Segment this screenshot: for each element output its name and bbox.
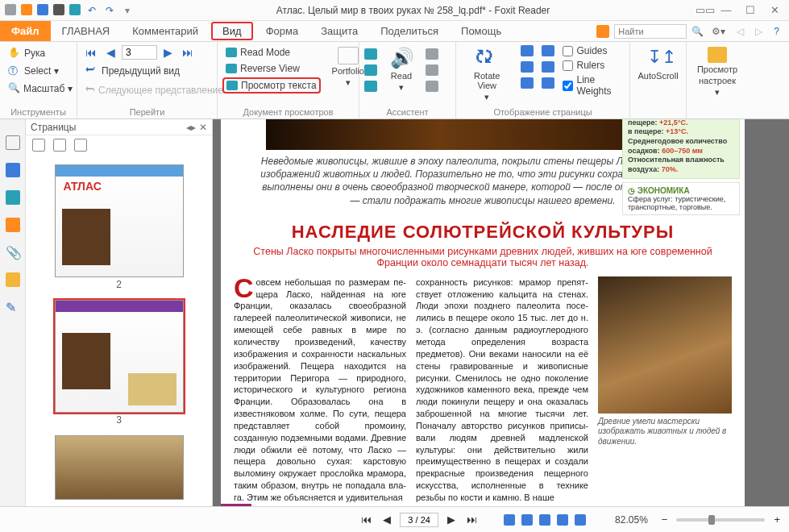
guides-check[interactable]: Guides	[563, 45, 625, 56]
read-mode-button[interactable]: Read Mode	[222, 45, 321, 60]
layout-icon-6[interactable]	[542, 77, 554, 89]
status-layout-3[interactable]	[539, 514, 550, 526]
status-first-icon[interactable]: ⏮	[359, 513, 374, 526]
last-page-icon[interactable]: ⏭	[179, 46, 197, 59]
status-prev-icon[interactable]: ◀	[380, 513, 393, 526]
thumbnail-label: 2	[55, 279, 184, 290]
thumbnail-item[interactable]: АТЛАС 2	[55, 164, 184, 290]
assist-icon-5[interactable]	[426, 64, 438, 76]
read-aloud-button[interactable]: 🔊 Read▾	[385, 45, 417, 94]
zoom-slider[interactable]	[676, 518, 765, 522]
tab-comment[interactable]: Комментарий	[121, 21, 210, 41]
save-icon[interactable]	[37, 4, 48, 15]
comments-icon[interactable]	[6, 218, 20, 232]
page-input[interactable]	[122, 45, 157, 60]
tab-help[interactable]: Помощь	[450, 21, 513, 41]
prev-page-icon[interactable]: ◀	[103, 46, 118, 59]
status-layout-4[interactable]	[557, 514, 568, 526]
text-view-button[interactable]: Просмотр текста	[222, 77, 321, 94]
layout-icon-3[interactable]	[521, 77, 534, 89]
zoom-out-icon[interactable]: −	[659, 513, 671, 526]
thumbnails-collapse-icon[interactable]: ◂▸	[186, 122, 196, 133]
thumb-tool-3[interactable]	[74, 139, 87, 152]
assist-icon-6[interactable]	[426, 81, 438, 92]
group-assistant-caption: Ассистент	[364, 106, 451, 117]
thumbnail-item[interactable]: 3	[55, 300, 184, 426]
thumb-tool-1[interactable]	[32, 139, 45, 152]
assist-icon-2[interactable]	[364, 64, 377, 76]
layout-icon-2[interactable]	[521, 61, 534, 73]
signatures-icon[interactable]: ✎	[6, 300, 20, 314]
group-tools: ✋Рука ⓉSelect ▾ 🔍Масштаб ▾ Инструменты	[0, 42, 77, 118]
lineweights-checkbox[interactable]	[563, 81, 573, 91]
email-icon[interactable]	[69, 4, 81, 15]
minimize-icon[interactable]: —	[720, 4, 733, 16]
pages-panel-icon[interactable]	[6, 163, 20, 177]
view-prefs-button[interactable]: Просмотр настроек▾	[691, 45, 743, 99]
tab-share[interactable]: Поделиться	[369, 21, 450, 41]
open-icon[interactable]	[21, 4, 32, 15]
attachments-icon[interactable]: 📎	[6, 245, 20, 260]
layers-icon[interactable]	[6, 190, 20, 205]
maximize-icon[interactable]: ☐	[744, 4, 757, 16]
rotate-view-button[interactable]: 🗘 Rotate View▾	[461, 45, 513, 104]
close-icon[interactable]: ✕	[768, 4, 781, 16]
rulers-checkbox[interactable]	[563, 60, 573, 71]
rotate-icon: 🗘	[475, 47, 498, 69]
group-assistant: 🔊 Read▾ Ассистент	[359, 42, 456, 118]
tab-protect[interactable]: Защита	[309, 21, 369, 41]
status-page-input[interactable]	[400, 513, 438, 527]
next-view-button: ⮪Следующее представление	[82, 82, 212, 98]
security-icon[interactable]	[6, 272, 20, 287]
tab-view[interactable]: Вид	[211, 22, 253, 40]
lineweights-check[interactable]: Line Weights	[563, 74, 625, 97]
reverse-view-button[interactable]: Reverse View	[222, 61, 321, 76]
zoom-knob[interactable]	[708, 515, 715, 525]
hand-tool[interactable]: ✋Рука	[5, 45, 72, 61]
next-page-icon[interactable]: ▶	[160, 46, 176, 59]
qat-more-icon[interactable]: ▾	[121, 4, 134, 17]
undo-icon[interactable]: ↶	[85, 4, 98, 17]
zoom-tool[interactable]: 🔍Масштаб ▾	[5, 81, 72, 97]
bookmarks-icon[interactable]	[6, 135, 20, 150]
prev-view-button[interactable]: ⮨Предыдущий вид	[82, 63, 212, 79]
autoscroll-button[interactable]: ↧↥ AutoScroll	[635, 45, 681, 82]
new-icon[interactable]	[5, 4, 16, 15]
thumbnails-panel: Страницы ◂▸✕ АТЛАС 2 3	[26, 119, 213, 506]
rulers-check[interactable]: Rulers	[563, 60, 625, 71]
thumb-tool-2[interactable]	[53, 139, 66, 152]
guides-checkbox[interactable]	[563, 46, 573, 56]
document-view[interactable]: Средняя температура в пещере: +21,5°C. в…	[213, 119, 789, 506]
status-last-icon[interactable]: ⏭	[464, 513, 480, 526]
thumbnails-list[interactable]: АТЛАС 2 3	[26, 155, 212, 506]
status-layout-2[interactable]	[521, 514, 533, 526]
assist-icon-1[interactable]	[364, 48, 377, 60]
assist-icon-3[interactable]	[364, 81, 377, 92]
tab-file[interactable]: Файл	[0, 21, 51, 41]
zoom-in-icon[interactable]: +	[771, 513, 783, 526]
redo-icon[interactable]: ↷	[103, 4, 116, 17]
thumbnails-close-icon[interactable]: ✕	[199, 122, 207, 133]
help-icon[interactable]: ?	[770, 26, 783, 37]
settings-gear-icon[interactable]: ⚙▾	[708, 26, 729, 37]
status-layout-1[interactable]	[504, 514, 515, 526]
status-layout-5[interactable]	[575, 514, 586, 526]
tab-form[interactable]: Форма	[255, 21, 310, 41]
search-icon[interactable]: 🔍	[691, 26, 704, 37]
nav-fwd-icon[interactable]: ▷	[752, 26, 766, 37]
first-page-icon[interactable]: ⏮	[82, 46, 100, 59]
find-folder-icon[interactable]	[596, 25, 609, 38]
tab-home[interactable]: ГЛАВНАЯ	[51, 21, 122, 41]
layout-icon-5[interactable]	[542, 61, 554, 73]
print-icon[interactable]	[53, 4, 64, 15]
assist-icon-4[interactable]	[426, 48, 438, 60]
thumbnail-item[interactable]	[55, 435, 184, 500]
layout-icon-4[interactable]	[542, 45, 554, 56]
prefs-icon	[708, 47, 727, 63]
layout-icon-1[interactable]	[521, 45, 534, 56]
ribbon-collapse-icon[interactable]: ▭▭	[696, 4, 708, 16]
nav-back-icon[interactable]: ◁	[733, 26, 747, 37]
search-input[interactable]	[614, 24, 687, 39]
status-next-icon[interactable]: ▶	[445, 513, 458, 526]
select-tool[interactable]: ⓉSelect ▾	[5, 63, 72, 79]
